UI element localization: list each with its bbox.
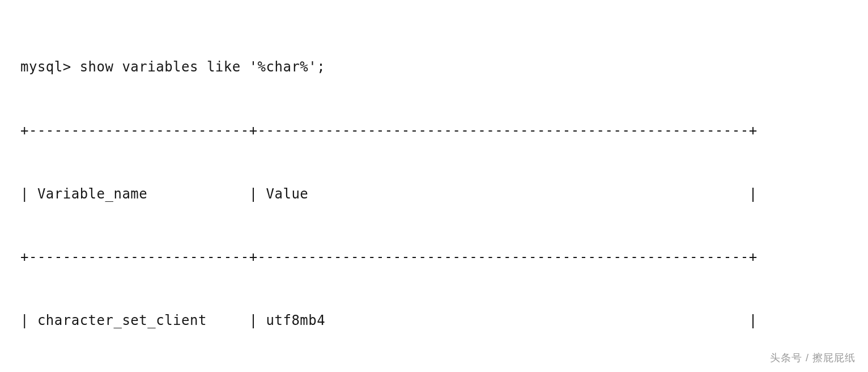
command-line: mysql> show variables like '%char%'; <box>20 57 862 78</box>
table-row: | character_set_client | utf8mb4 | <box>20 310 862 331</box>
table-header: | Variable_name | Value | <box>20 184 862 205</box>
terminal-output: mysql> show variables like '%char%'; +--… <box>20 15 862 372</box>
watermark-text: 头条号 / 擦屁屁纸 <box>770 350 856 366</box>
table-divider-mid: +--------------------------+------------… <box>20 247 862 268</box>
table-divider-top: +--------------------------+------------… <box>20 120 862 141</box>
